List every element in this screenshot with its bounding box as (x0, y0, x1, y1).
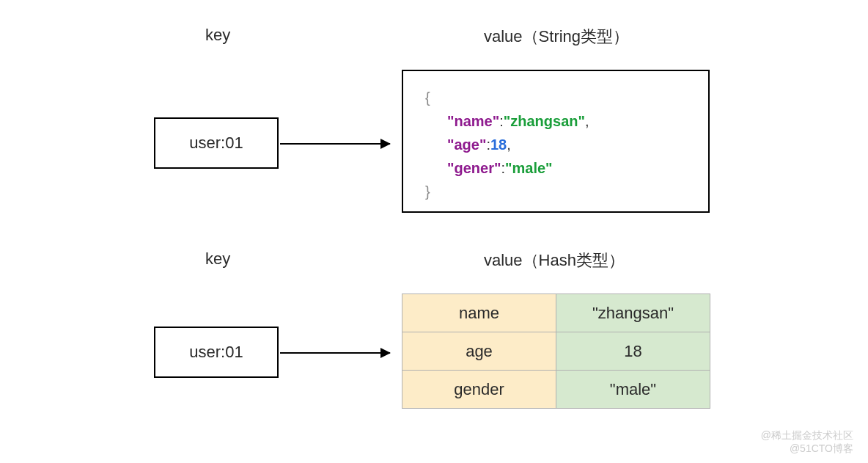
watermark-1: @稀土掘金技术社区 (761, 429, 853, 442)
hash-value: "zhangsan" (556, 294, 710, 332)
json-key-name: "name" (447, 113, 499, 129)
hash-row: gender "male" (402, 371, 710, 409)
hash-value: 18 (556, 332, 710, 371)
arrow-2 (280, 352, 390, 354)
json-close-brace: } (425, 180, 686, 203)
json-key-gener: "gener" (447, 160, 501, 176)
json-line-1: "name":"zhangsan", (425, 109, 686, 133)
value-header-1: value（String类型） (484, 26, 629, 48)
key-header-2: key (205, 249, 230, 269)
hash-value: "male" (556, 371, 710, 409)
hash-table: name "zhangsan" age 18 gender "male" (402, 294, 710, 409)
key-text-2: user:01 (189, 343, 243, 362)
watermark-2: @51CTO博客 (790, 442, 853, 456)
json-val-age: 18 (490, 136, 507, 153)
json-key-age: "age" (447, 136, 486, 153)
json-line-3: "gener":"male" (425, 156, 686, 180)
key-box-1: user:01 (154, 117, 279, 169)
json-val-name: "zhangsan" (504, 113, 585, 129)
json-line-2: "age":18, (425, 133, 686, 156)
key-text-1: user:01 (189, 134, 243, 153)
hash-field: gender (402, 371, 556, 409)
json-open-brace: { (425, 86, 686, 109)
value-header-2: value（Hash类型） (484, 249, 625, 271)
string-type-section: key value（String类型） user:01 { "name":"zh… (0, 15, 868, 227)
json-value-box: { "name":"zhangsan", "age":18, "gener":"… (402, 70, 710, 213)
arrow-1 (280, 143, 390, 145)
hash-type-section: key value（Hash类型） user:01 name "zhangsan… (0, 242, 868, 448)
hash-field: age (402, 332, 556, 371)
hash-field: name (402, 294, 556, 332)
hash-row: age 18 (402, 332, 710, 371)
key-header-1: key (205, 26, 230, 45)
key-box-2: user:01 (154, 327, 279, 378)
hash-row: name "zhangsan" (402, 294, 710, 332)
json-val-gener: "male" (505, 160, 553, 176)
